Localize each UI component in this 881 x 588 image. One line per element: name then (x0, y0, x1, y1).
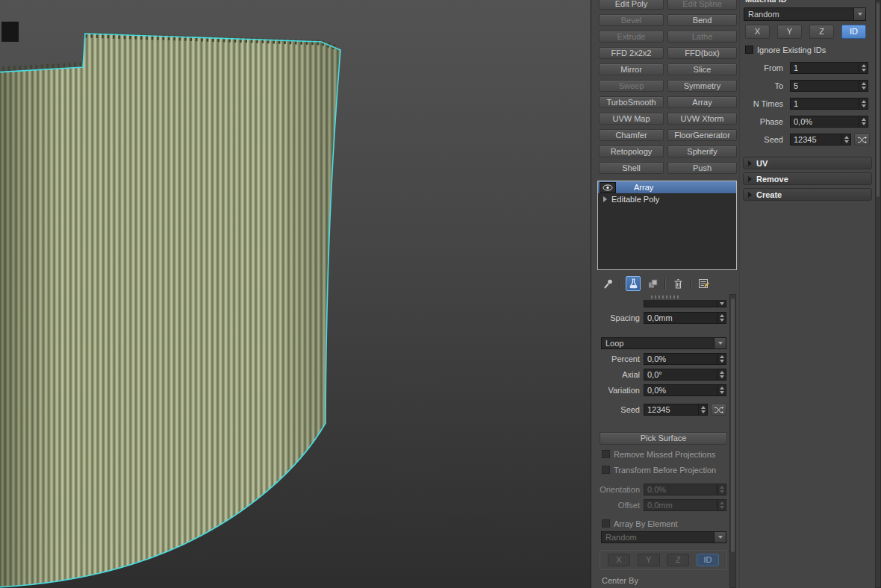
section-remove-label: Remove (756, 175, 788, 184)
clipped-spinner[interactable] (717, 300, 726, 307)
axial-label: Axial (580, 370, 640, 379)
phase-spinner[interactable] (859, 116, 868, 127)
wall-shading (0, 34, 340, 587)
seed-field[interactable]: 12345 (644, 404, 708, 416)
modifier-stack[interactable]: Array Editable Poly (597, 181, 737, 270)
clipped-scrolled-field[interactable] (644, 300, 726, 307)
material-axis-y-button[interactable]: Y (777, 25, 802, 39)
modifier-btn-ffd-box[interactable]: FFD(box) (667, 47, 737, 59)
to-spinner[interactable] (859, 81, 868, 91)
ignore-existing-ids-checkbox[interactable] (745, 46, 753, 54)
modifier-stack-item-array[interactable]: Array (598, 181, 736, 193)
show-end-result-button[interactable] (626, 276, 641, 291)
modifier-btn-uvw-map[interactable]: UVW Map (599, 113, 664, 125)
modifier-stack-label: Editable Poly (611, 195, 659, 204)
seed-spinner[interactable] (698, 404, 707, 415)
panel-scrollbar[interactable] (875, 0, 881, 588)
modifier-btn-retopology[interactable]: Retopology (599, 146, 664, 157)
make-unique-button[interactable] (645, 276, 660, 291)
toolbar-separator (620, 278, 621, 289)
chevron-down-icon[interactable] (853, 8, 865, 20)
material-id-title: Material ID (745, 0, 787, 4)
percent-field[interactable]: 0,0% (644, 353, 726, 365)
section-remove[interactable]: Remove (743, 172, 872, 185)
modifier-btn-push[interactable]: Push (667, 162, 737, 174)
trash-icon (673, 278, 684, 290)
pick-surface-button[interactable]: Pick Surface (600, 432, 727, 445)
flask-icon (629, 278, 638, 289)
percent-spinner[interactable] (717, 354, 726, 364)
chevron-right-icon[interactable] (603, 196, 607, 202)
modifier-btn-bend[interactable]: Bend (667, 14, 737, 26)
material-seed-randomize-button[interactable] (854, 134, 870, 146)
shuffle-icon (714, 406, 723, 414)
phase-value: 0,0% (791, 116, 859, 127)
n-times-field[interactable]: 1 (790, 98, 868, 110)
rollout-splitter-handle[interactable] (651, 295, 679, 298)
material-axis-z-button[interactable]: Z (809, 25, 834, 39)
section-uv[interactable]: UV (743, 157, 872, 169)
axis-x-button: X (608, 554, 630, 566)
section-create[interactable]: Create (743, 188, 872, 201)
configure-modifier-sets-button[interactable] (696, 276, 711, 291)
pin-stack-button[interactable] (600, 276, 615, 291)
modifier-btn-chamfer[interactable]: Chamfer (599, 129, 664, 141)
modifier-btn-edit-spline[interactable]: Edit Spline (667, 0, 737, 10)
section-uv-label: UV (756, 159, 768, 168)
modifier-btn-extrude[interactable]: Extrude (599, 31, 664, 43)
viewport[interactable] (0, 0, 591, 588)
modifier-btn-ffd-2x2x2[interactable]: FFD 2x2x2 (599, 47, 664, 59)
spacing-spinner[interactable] (717, 313, 726, 323)
remove-missed-projections-checkbox[interactable] (602, 450, 610, 458)
offset-label: Offset (580, 501, 640, 510)
modifier-btn-shell[interactable]: Shell (599, 162, 664, 174)
modifier-btn-lathe[interactable]: Lathe (667, 31, 737, 43)
material-axis-x-button[interactable]: X (745, 25, 770, 39)
center-by-label: Center By (602, 576, 638, 585)
params-scrollbar-thumb[interactable] (731, 298, 735, 552)
from-spinner[interactable] (859, 63, 868, 73)
curved-wall-object[interactable] (0, 0, 591, 588)
loop-dropdown-value: Loop (602, 338, 714, 348)
material-seed-spinner[interactable] (841, 134, 850, 145)
phase-field[interactable]: 0,0% (790, 116, 868, 128)
modifier-btn-bevel[interactable]: Bevel (599, 14, 664, 26)
spacing-field[interactable]: 0,0mm (644, 312, 726, 324)
material-axis-id-button[interactable]: ID (841, 25, 866, 39)
axial-field[interactable]: 0,0° (644, 369, 726, 381)
axial-spinner[interactable] (717, 369, 726, 380)
modifier-btn-mirror[interactable]: Mirror (599, 63, 664, 75)
params-scrollbar[interactable] (729, 294, 736, 588)
modifier-visibility-toggle[interactable] (600, 182, 616, 193)
material-id-header: Material ID (744, 0, 871, 5)
chevron-right-icon (748, 160, 752, 166)
panel-scrollbar-thumb[interactable] (877, 3, 880, 197)
material-random-dropdown[interactable]: Random (744, 7, 866, 21)
ignore-existing-ids-label: Ignore Existing IDs (757, 46, 826, 54)
stack-toolbar (600, 275, 711, 292)
to-field[interactable]: 5 (790, 80, 868, 92)
material-seed-field[interactable]: 12345 (790, 134, 851, 146)
modifier-btn-edit-poly[interactable]: Edit Poly (599, 0, 664, 10)
chevron-down-icon[interactable] (714, 338, 726, 348)
modifier-btn-spherify[interactable]: Spherify (667, 146, 737, 157)
n-times-spinner[interactable] (859, 98, 868, 109)
axis-id-button: ID (697, 554, 719, 566)
loop-dropdown[interactable]: Loop (601, 337, 726, 349)
clipped-value (644, 300, 717, 307)
from-label: From (723, 63, 783, 72)
chevron-down-icon (714, 532, 726, 542)
seed-randomize-button[interactable] (711, 404, 726, 416)
array-by-element-checkbox[interactable] (602, 519, 610, 528)
remove-modifier-button[interactable] (670, 276, 685, 291)
modifier-btn-turbosmooth[interactable]: TurboSmooth (599, 96, 664, 108)
variation-field[interactable]: 0,0% (644, 384, 726, 396)
variation-spinner[interactable] (717, 385, 726, 395)
chevron-right-icon (748, 176, 752, 182)
material-random-value: Random (744, 8, 853, 20)
transform-before-projection-checkbox[interactable] (602, 466, 610, 474)
modifier-stack-item-editable-poly[interactable]: Editable Poly (598, 193, 736, 205)
from-field[interactable]: 1 (790, 62, 868, 74)
to-value: 5 (791, 81, 859, 91)
modifier-btn-sweep[interactable]: Sweep (599, 80, 664, 92)
